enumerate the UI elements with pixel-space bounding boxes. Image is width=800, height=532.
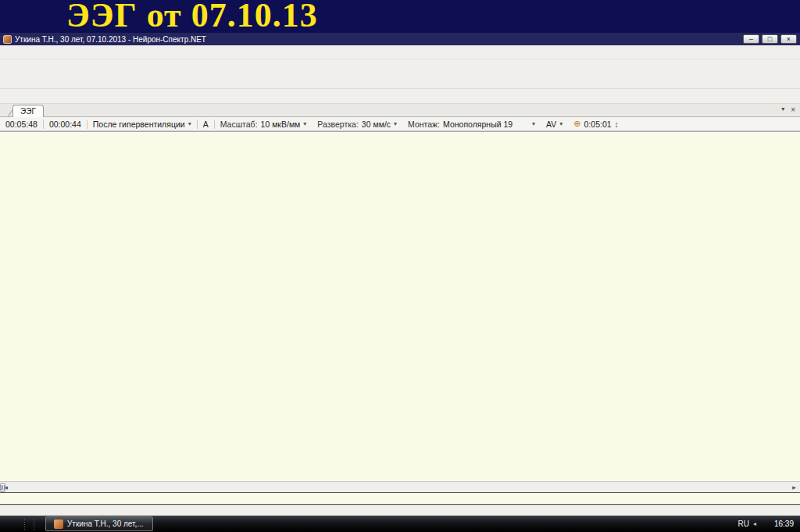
status-bar (0, 505, 800, 516)
tab-dropdown-icon[interactable]: ▾ (781, 105, 784, 114)
language-indicator[interactable]: RU (738, 520, 749, 528)
elapsed-time: 0:05:01 (584, 120, 612, 129)
horizontal-scrollbar[interactable]: ◀ ▶ (0, 481, 800, 492)
globe-icon: ⊕ (573, 119, 580, 129)
scroll-right-icon[interactable]: ▶ (789, 483, 799, 492)
tab-close-icon[interactable]: × (791, 105, 795, 114)
eeg-panel[interactable] (0, 131, 800, 481)
taskbar: Уткина Т.Н., 30 лет,... RU ◂ 16:39 (0, 516, 800, 532)
clock[interactable]: 16:39 (774, 520, 794, 528)
params-bar: 00:05:48 00:00:44 После гипервентиляции▾… (0, 117, 800, 131)
tab-label: ЭЭГ (20, 107, 36, 116)
tray-expand-icon[interactable]: ◂ (753, 520, 756, 527)
reference-select[interactable]: AV▾ (541, 120, 568, 129)
eeg-traces[interactable] (31, 132, 800, 481)
chevron-down-icon: ▾ (188, 120, 191, 127)
window-title: Уткина Т.Н., 30 лет, 07.10.2013 - Нейрон… (15, 35, 206, 44)
current-time: 00:00:44 (44, 120, 87, 129)
scale-select[interactable]: 10 мкВ/мм (261, 120, 301, 129)
maximize-button[interactable]: □ (762, 34, 778, 44)
menu-bar (0, 45, 800, 59)
chevron-down-icon: ▾ (559, 120, 562, 127)
marker-a-button[interactable]: A (198, 120, 214, 129)
close-button[interactable]: × (780, 34, 797, 44)
overview-timeline[interactable] (0, 492, 800, 505)
app-icon (54, 520, 63, 529)
chevron-down-icon[interactable]: ▾ (532, 120, 535, 127)
taskbar-grip (33, 519, 36, 530)
window-titlebar: Уткина Т.Н., 30 лет, 07.10.2013 - Нейрон… (0, 33, 800, 45)
scale-label: Масштаб: (220, 120, 258, 129)
taskbar-app-button[interactable]: Уткина Т.Н., 30 лет,... (45, 516, 153, 531)
total-time: 00:05:48 (0, 120, 43, 129)
app-icon (3, 35, 12, 44)
sweep-label: Развертка: (317, 120, 359, 129)
scrollbar-thumb[interactable] (0, 483, 5, 492)
minimize-button[interactable]: – (743, 34, 759, 44)
montage-label: Монтаж: (408, 120, 440, 129)
chevron-down-icon[interactable]: ▾ (303, 120, 306, 127)
transport-bar (0, 89, 800, 104)
sweep-select[interactable]: 30 мм/с (362, 120, 391, 129)
chevron-down-icon[interactable]: ▾ (394, 120, 397, 127)
montage-select[interactable]: Монополярный 19 (443, 120, 529, 129)
banner-title: ЭЭГ от 07.10.13 (66, 0, 318, 35)
measure-cursor-icon[interactable]: ↕ (615, 120, 619, 129)
toolbar (0, 59, 800, 89)
stage-select[interactable]: После гипервентиляции▾ (88, 120, 197, 129)
slide-banner: ЭЭГ от 07.10.13 (0, 0, 800, 33)
taskbar-grip (23, 519, 27, 530)
screen: ЭЭГ от 07.10.13 Уткина Т.Н., 30 лет, 07.… (0, 0, 800, 532)
tab-strip: ЭЭГ ▾ × (0, 104, 800, 117)
start-button[interactable] (3, 516, 20, 532)
tab-eeg[interactable]: ЭЭГ (12, 105, 44, 117)
